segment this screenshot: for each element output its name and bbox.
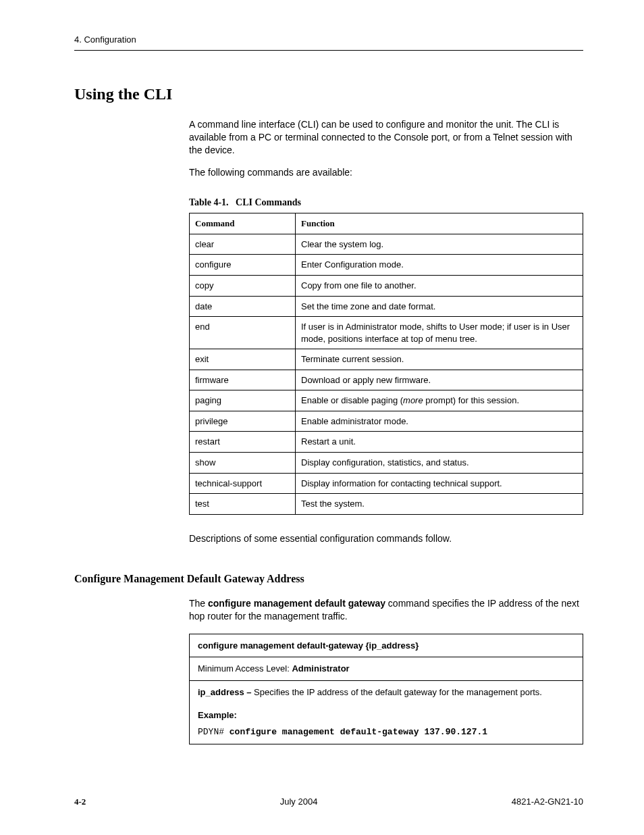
cmd-cell: date: [190, 296, 296, 317]
param-name: ip_address –: [198, 687, 254, 697]
fn-cell: Terminate current session.: [296, 349, 583, 370]
table-caption: Table 4-1. CLI Commands: [189, 197, 583, 209]
fn-cell: Test the system.: [296, 494, 583, 515]
running-header: 4. Configuration: [74, 34, 583, 51]
fn-cell: Copy from one file to another.: [296, 276, 583, 297]
param-desc: Specifies the IP address of the default …: [254, 687, 542, 697]
cmd-cell: show: [190, 452, 296, 473]
cmd-access-row: Minimum Access Level: Administrator: [190, 657, 583, 681]
body-indent: A command line interface (CLI) can be us…: [189, 118, 583, 545]
subsection-paragraph: The configure management default gateway…: [189, 597, 583, 623]
cmd-cell: firmware: [190, 370, 296, 390]
chapter-label: 4. Configuration: [74, 34, 136, 45]
table-row: technical-supportDisplay information for…: [190, 473, 583, 494]
cmd-cell: restart: [190, 432, 296, 453]
page-number: 4-2: [74, 796, 86, 808]
page-footer: 4-2 July 2004 4821-A2-GN21-10: [74, 796, 583, 808]
th-function: Function: [296, 213, 583, 234]
table-row: privilegeEnable administrator mode.: [190, 411, 583, 432]
subsection-title: Configure Management Default Gateway Add…: [74, 572, 583, 586]
table-row: exitTerminate current session.: [190, 349, 583, 370]
fn-cell: Enable or disable paging (more prompt) f…: [296, 390, 583, 411]
example-command: configure management default-gateway 137…: [230, 727, 487, 737]
cmd-cell: end: [190, 317, 296, 349]
table-row: restartRestart a unit.: [190, 432, 583, 453]
subsection-body: The configure management default gateway…: [189, 597, 583, 744]
table-row: firmwareDownload or apply new firmware.: [190, 370, 583, 390]
fn-cell: Display information for contacting techn…: [296, 473, 583, 494]
footer-docnum: 4821-A2-GN21-10: [512, 796, 583, 808]
table-row: copyCopy from one file to another.: [190, 276, 583, 297]
table-caption-title: CLI Commands: [236, 197, 301, 207]
fn-cell: Enter Configuration mode.: [296, 255, 583, 276]
cmd-cell: test: [190, 494, 296, 515]
th-command: Command: [190, 213, 296, 234]
intro-paragraph-1: A command line interface (CLI) can be us…: [189, 118, 583, 157]
table-row: configureEnter Configuration mode.: [190, 255, 583, 276]
fn-cell: Restart a unit.: [296, 432, 583, 453]
min-access-label: Minimum Access Level:: [198, 663, 292, 674]
table-row: dateSet the time zone and date format.: [190, 296, 583, 317]
cmd-cell: privilege: [190, 411, 296, 432]
table-row: testTest the system.: [190, 494, 583, 515]
table-row: showDisplay configuration, statistics, a…: [190, 452, 583, 473]
command-box: configure management default-gateway {ip…: [189, 634, 583, 744]
min-access-value: Administrator: [292, 663, 349, 674]
footer-date: July 2004: [280, 796, 318, 808]
cmd-syntax: configure management default-gateway {ip…: [190, 634, 583, 658]
fn-cell: Clear the system log.: [296, 234, 583, 255]
cmd-cell: exit: [190, 349, 296, 370]
cmd-cell: technical-support: [190, 473, 296, 494]
fn-cell: Enable administrator mode.: [296, 411, 583, 432]
example-line: PDYN# configure management default-gatew…: [190, 721, 583, 744]
cli-commands-table: Command Function clearClear the system l…: [189, 213, 583, 514]
section-title: Using the CLI: [74, 83, 583, 105]
table-row: paging Enable or disable paging (more pr…: [190, 390, 583, 411]
table-row: clearClear the system log.: [190, 234, 583, 255]
prompt: PDYN#: [198, 727, 230, 737]
page: 4. Configuration Using the CLI A command…: [0, 0, 644, 835]
fn-cell: Display configuration, statistics, and s…: [296, 452, 583, 473]
cmd-cell: copy: [190, 276, 296, 297]
fn-cell: Download or apply new firmware.: [296, 370, 583, 390]
fn-cell: If user is in Administrator mode, shifts…: [296, 317, 583, 349]
cmd-param-row: ip_address – Specifies the IP address of…: [190, 681, 583, 704]
intro-paragraph-2: The following commands are available:: [189, 166, 583, 179]
post-table-paragraph: Descriptions of some essential configura…: [189, 532, 583, 545]
cmd-cell: paging: [190, 390, 296, 411]
example-label: Example:: [190, 704, 583, 722]
table-row: endIf user is in Administrator mode, shi…: [190, 317, 583, 349]
cmd-cell: configure: [190, 255, 296, 276]
table-caption-label: Table 4-1.: [189, 197, 229, 207]
cmd-cell: clear: [190, 234, 296, 255]
fn-cell: Set the time zone and date format.: [296, 296, 583, 317]
